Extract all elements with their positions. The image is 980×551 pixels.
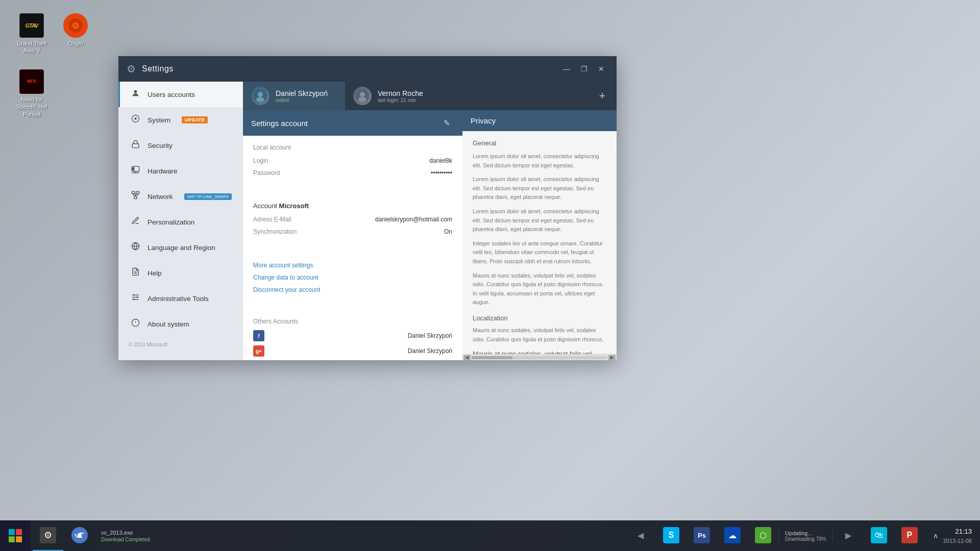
localization-text-1: Mauris at nunc sodales, volutpat felis v… — [473, 326, 606, 344]
more-settings-link[interactable]: More account settings — [253, 261, 452, 270]
sidebar-item-admin[interactable]: Administrative Tools — [118, 286, 243, 311]
svg-point-31 — [256, 97, 264, 102]
privacy-panel: Privacy General Lorem ipsum dolor sit am… — [462, 110, 617, 360]
svg-rect-10 — [136, 191, 139, 193]
vernon-avatar — [353, 87, 372, 105]
sidebar-item-hardware[interactable]: Hardware — [118, 158, 243, 184]
desktop-icon-nfs[interactable]: NFS Need for Speed® Hot Pursuit — [11, 66, 52, 121]
privacy-content: General Lorem ipsum dolor sit amet, cons… — [462, 131, 617, 354]
system-update-badge: UPDATE — [182, 116, 208, 123]
left-arrow-icon: ◀ — [638, 531, 644, 540]
store-icon: 🛍 — [871, 527, 887, 543]
download-status: Download Completed — [101, 537, 150, 542]
local-account-title: Local account — [253, 144, 452, 151]
minimize-button[interactable]: — — [559, 62, 574, 76]
desktop-icon-origin[interactable]: Origin — [55, 10, 96, 50]
restore-button[interactable]: ❐ — [577, 62, 591, 76]
close-button[interactable]: ✕ — [594, 62, 608, 76]
change-data-link[interactable]: Change data to account — [253, 273, 452, 282]
help-icon — [130, 267, 140, 279]
clock: 21:13 2013-12-08 — [943, 527, 972, 545]
taskbar-arrow-left[interactable]: ◀ — [625, 520, 656, 551]
svg-rect-37 — [9, 536, 15, 542]
privacy-text-4: Integer sodales leo ut ante congue ornar… — [473, 239, 606, 266]
update-status-text: Updating... — [785, 530, 826, 536]
titlebar-gear-icon: ⚙ — [127, 63, 136, 75]
daniel-status: online — [276, 97, 328, 103]
update-download-info: Updating... Downloading 79% — [778, 530, 833, 542]
sidebar-item-users[interactable]: Users accounts — [118, 82, 243, 107]
add-user-button[interactable]: + — [588, 82, 617, 110]
disconnect-link[interactable]: Disconnect your account — [253, 285, 452, 294]
settings-account-edit-button[interactable]: ✎ — [439, 116, 454, 130]
vernon-name: Vernon Roche — [378, 89, 423, 97]
network-wifi-badge: WIFI TP-LINK_9000F8 — [184, 193, 232, 200]
sidebar-label-help: Help — [148, 269, 162, 277]
taskbar-onedrive[interactable]: ☁ — [717, 520, 748, 551]
taskbar-arrow-right[interactable]: ▶ — [833, 520, 864, 551]
svg-point-34 — [358, 97, 366, 102]
gplus-account-name: Daniel Skrzypoń — [408, 347, 452, 355]
sync-label: Synchronization — [253, 228, 297, 235]
privacy-text-3: Lorem ipsum dolor sit amet, consectetur … — [473, 207, 606, 234]
clock-date: 2013-12-08 — [943, 537, 972, 545]
horizontal-scrollbar[interactable]: ◀ ▶ — [462, 354, 617, 360]
taskbar-settings[interactable]: ⚙ — [33, 520, 63, 551]
taskbar-photoshop[interactable]: Ps — [687, 520, 717, 551]
settings-account-title: Settings account — [251, 119, 308, 128]
password-row: Password •••••••••• — [253, 169, 452, 177]
local-account-section: Local account Login daniel8k Password ••… — [243, 136, 462, 190]
taskbar-xbox[interactable]: ⬡ — [748, 520, 778, 551]
svg-point-39 — [78, 533, 82, 537]
language-icon — [130, 242, 140, 253]
right-arrow-icon: ▶ — [845, 531, 851, 540]
sidebar-item-help[interactable]: Help — [118, 260, 243, 286]
taskbar-chrome[interactable] — [64, 520, 95, 551]
sidebar-item-security[interactable]: Security — [118, 133, 243, 158]
clock-time: 21:13 — [943, 527, 972, 537]
chrome-task-icon — [71, 527, 88, 543]
svg-point-25 — [133, 298, 134, 300]
tray-arrow-icon[interactable]: ∧ — [933, 532, 938, 540]
skype-icon: S — [663, 527, 679, 543]
sidebar-item-about[interactable]: About system — [118, 311, 243, 337]
taskbar-skype[interactable]: S — [656, 520, 687, 551]
settings-account-panel: Settings account ✎ Local account Login d… — [243, 110, 462, 360]
sidebar-item-network[interactable]: Network WIFI TP-LINK_9000F8 — [118, 184, 243, 209]
nfs-label: Need for Speed® Hot Pursuit — [14, 96, 49, 118]
password-value: •••••••••• — [431, 169, 452, 177]
scroll-left-button[interactable]: ◀ — [463, 355, 471, 360]
user-card-daniel[interactable]: Daniel Skrzypoń online — [243, 82, 345, 110]
sidebar-item-system[interactable]: System UPDATE — [118, 107, 243, 133]
vernon-status: last login: 21 min — [378, 97, 423, 103]
privacy-text-2: Lorem ipsum dolor sit amet, consectetur … — [473, 175, 606, 202]
sidebar-label-admin: Administrative Tools — [148, 295, 209, 303]
gplus-icon: g+ — [253, 345, 264, 357]
sidebar-item-language[interactable]: Language and Region — [118, 235, 243, 260]
desktop-icon-gta5[interactable]: GTAV Grand Theft Auto V — [11, 10, 52, 58]
taskbar: ⚙ vs_2013.exe Download Completed ◀ S Ps … — [0, 520, 980, 551]
powerpoint-icon: P — [901, 527, 918, 543]
photoshop-icon: Ps — [694, 527, 710, 543]
sync-value: On — [444, 228, 452, 235]
localization-title: Localization — [473, 314, 606, 322]
privacy-header: Privacy — [462, 110, 617, 131]
sidebar: Users accounts System UPDATE Security H — [118, 82, 243, 360]
scroll-thumb[interactable] — [472, 356, 512, 359]
microsoft-account-title: Account Microsoft — [253, 202, 452, 210]
microsoft-account-section: Account Microsoft Adress E-Mail danielsk… — [243, 194, 462, 248]
gplus-account-row: g+ Daniel Skrzypoń — [253, 345, 452, 357]
taskbar-download-item[interactable]: vs_2013.exe Download Completed — [96, 520, 155, 551]
taskbar-powerpoint[interactable]: P — [894, 520, 925, 551]
user-card-vernon[interactable]: Vernon Roche last login: 21 min — [345, 82, 447, 110]
start-button[interactable] — [0, 520, 31, 551]
microsoft-brand: Microsoft — [279, 202, 309, 210]
settings-task-icon: ⚙ — [40, 527, 56, 543]
scroll-right-button[interactable]: ▶ — [608, 355, 616, 360]
privacy-text-5: Mauris at nunc sodales, volutpat felis v… — [473, 271, 606, 307]
sidebar-item-personalization[interactable]: Personalization — [118, 209, 243, 235]
taskbar-store[interactable]: 🛍 — [864, 520, 894, 551]
sidebar-copyright: © 2013 Microsoft — [118, 337, 243, 353]
about-icon — [130, 318, 140, 330]
login-row: Login daniel8k — [253, 157, 452, 164]
